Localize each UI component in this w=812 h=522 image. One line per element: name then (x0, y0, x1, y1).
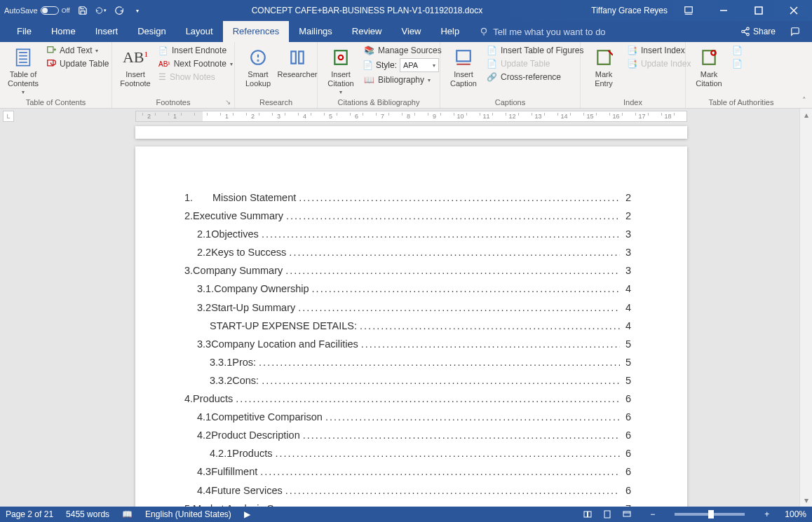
web-layout-icon[interactable] (619, 509, 635, 520)
minimize-icon[interactable] (710, 0, 738, 21)
toc-entry: 4. Products 6 (184, 390, 631, 408)
redo-icon[interactable] (114, 5, 125, 16)
zoom-out-button[interactable]: − (647, 509, 658, 519)
svg-rect-33 (584, 511, 588, 517)
save-icon[interactable] (77, 5, 88, 16)
insert-citation-button[interactable]: Insert Citation ▾ (323, 45, 358, 97)
add-text-button[interactable]: Add Text▾ (45, 45, 111, 56)
update-index-button[interactable]: 📑Update Index (625, 58, 692, 69)
tab-help[interactable]: Help (431, 21, 469, 42)
group-footnotes: AB1 Insert Footnote 📄Insert Endnote AB¹N… (112, 42, 235, 108)
insert-footnote-button[interactable]: AB1 Insert Footnote (118, 45, 153, 89)
macro-icon[interactable]: ▶ (244, 509, 250, 519)
tab-references[interactable]: References (223, 21, 289, 42)
group-label-index: Index (581, 98, 685, 107)
read-mode-icon[interactable] (580, 509, 595, 520)
citation-style-icon: 📄 (363, 60, 373, 70)
previous-page-sliver (135, 126, 687, 139)
smart-lookup-icon (247, 46, 269, 69)
researcher-button[interactable]: Researcher (280, 45, 315, 81)
svg-rect-36 (623, 511, 630, 516)
mark-citation-button[interactable]: Mark Citation (691, 45, 726, 89)
toc-entry: 3.3.1 Pros: 5 (184, 353, 631, 371)
toc-entry: 4.4 Future Services 6 (184, 481, 631, 500)
collapse-ribbon-button[interactable]: ˄ (797, 42, 812, 108)
tab-file[interactable]: File (7, 21, 41, 42)
update-table-button[interactable]: Update Table (45, 58, 111, 69)
document-viewport[interactable]: 1. Mission Statement 22. Executive Summa… (0, 124, 799, 507)
insert-caption-button[interactable]: Insert Caption (446, 45, 481, 89)
word-count[interactable]: 5455 words (66, 509, 109, 519)
ruler-area: L 21123456789101112131415161718 (0, 109, 812, 124)
next-footnote-icon: AB¹ (158, 60, 170, 68)
tab-design[interactable]: Design (128, 21, 175, 42)
insert-toa-button[interactable]: 📄 (731, 45, 744, 56)
zoom-knob[interactable] (708, 510, 714, 518)
tab-home[interactable]: Home (41, 21, 86, 42)
tab-view[interactable]: View (391, 21, 431, 42)
user-name[interactable]: Tiffany Grace Reyes (591, 6, 668, 15)
zoom-in-button[interactable]: + (762, 509, 772, 519)
update-icon (46, 59, 56, 69)
cross-ref-icon: 🔗 (487, 72, 497, 82)
group-label-citations: Citations & Bibliography (318, 98, 440, 107)
print-layout-icon[interactable] (600, 509, 615, 520)
share-button[interactable]: Share (735, 27, 781, 36)
svg-point-32 (711, 50, 716, 55)
bibliography-button[interactable]: 📖Bibliography▾ (363, 74, 443, 85)
insert-index-button[interactable]: 📑Insert Index (625, 45, 692, 56)
tab-review[interactable]: Review (342, 21, 392, 42)
document-page[interactable]: 1. Mission Statement 22. Executive Summa… (135, 146, 687, 507)
citation-style-dropdown[interactable]: APA▾ (400, 58, 439, 72)
toc-entry: 2.2 Keys to Success 3 (184, 243, 631, 261)
toc-entry: 4.3 Fulfillment 6 (184, 462, 631, 481)
toc-entry: 3. Company Summary 3 (184, 261, 631, 280)
tab-layout[interactable]: Layout (176, 21, 223, 42)
toc-entry: 2. Executive Summary 2 (184, 207, 631, 225)
tof-icon: 📄 (487, 46, 497, 55)
tab-insert[interactable]: Insert (86, 21, 128, 42)
scroll-up-icon[interactable]: ▴ (800, 109, 812, 121)
insert-endnote-button[interactable]: 📄Insert Endnote (157, 45, 234, 56)
zoom-slider[interactable] (675, 513, 745, 516)
tab-selector[interactable]: L (3, 111, 14, 122)
spellcheck-icon[interactable]: 📖 (122, 509, 133, 519)
group-label-toc: Table of Contents (0, 98, 111, 107)
insert-citation-label: Insert Citation (327, 70, 353, 88)
mark-entry-button[interactable]: Mark Entry (586, 45, 621, 89)
qat-customize-icon[interactable]: ▾ (132, 5, 143, 16)
vertical-scrollbar[interactable]: ▴ ▾ (799, 109, 812, 507)
insert-tof-button[interactable]: 📄Insert Table of Figures (485, 45, 586, 56)
toc-entry: 1. Mission Statement 2 (184, 188, 631, 207)
tell-me-search[interactable]: Tell me what you want to do (469, 21, 605, 42)
status-bar: Page 2 of 21 5455 words 📖 English (Unite… (0, 507, 812, 522)
undo-icon[interactable]: ▾ (95, 5, 107, 16)
bibliography-icon: 📖 (364, 75, 374, 85)
table-of-contents-button[interactable]: Table of Contents ▾ (6, 45, 41, 97)
maximize-icon[interactable] (745, 0, 773, 21)
toc-icon (12, 46, 34, 69)
svg-point-26 (339, 55, 344, 60)
horizontal-ruler[interactable]: 21123456789101112131415161718 (135, 111, 687, 122)
footnotes-launcher[interactable]: ↘ (224, 97, 232, 106)
mark-citation-label: Mark Citation (696, 70, 722, 88)
show-notes-button[interactable]: ☰Show Notes (157, 71, 234, 83)
update-tof-button[interactable]: 📄Update Table (485, 58, 586, 69)
cross-reference-button[interactable]: 🔗Cross-reference (485, 71, 586, 83)
toc-entry: 2.1 Objectives 3 (184, 225, 631, 243)
next-footnote-button[interactable]: AB¹Next Footnote▾ (157, 58, 234, 69)
tab-mailings[interactable]: Mailings (289, 21, 342, 42)
close-icon[interactable] (780, 0, 808, 21)
zoom-level[interactable]: 100% (785, 509, 806, 519)
ribbon-display-options-icon[interactable] (675, 0, 703, 21)
comments-button[interactable] (784, 27, 806, 36)
update-toa-button[interactable]: 📄 (731, 58, 744, 69)
manage-sources-button[interactable]: 📚Manage Sources (363, 45, 443, 56)
smart-lookup-button[interactable]: Smart Lookup (241, 45, 276, 89)
autosave-toggle[interactable]: AutoSave Off (4, 6, 70, 15)
footnote-icon: AB1 (124, 46, 147, 69)
scroll-down-icon[interactable]: ▾ (800, 494, 812, 507)
svg-rect-29 (597, 50, 609, 64)
page-indicator[interactable]: Page 2 of 21 (6, 509, 53, 519)
language-indicator[interactable]: English (United States) (145, 509, 231, 519)
